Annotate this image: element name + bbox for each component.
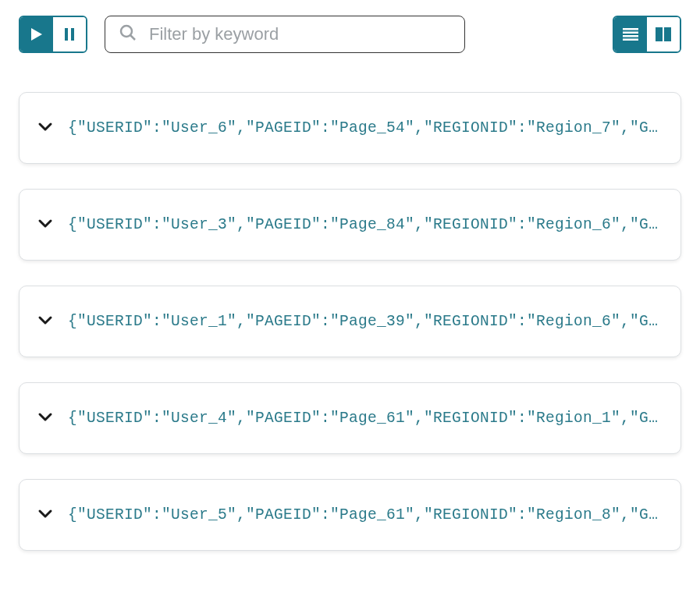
pause-icon [64,28,75,41]
view-toggle-group [613,16,681,53]
record-card[interactable]: {"USERID":"User_6","PAGEID":"Page_54","R… [19,92,681,164]
columns-icon [656,27,671,41]
svg-rect-1 [65,28,68,41]
record-text: {"USERID":"User_1","PAGEID":"Page_39","R… [68,313,663,330]
svg-rect-8 [623,39,638,41]
svg-rect-6 [623,32,638,34]
svg-point-3 [121,26,132,37]
chevron-down-icon[interactable] [37,118,54,138]
play-button[interactable] [20,17,53,51]
column-view-button[interactable] [647,17,680,51]
play-pause-group [19,16,87,53]
record-text: {"USERID":"User_3","PAGEID":"Page_84","R… [68,216,663,233]
play-icon [31,28,42,41]
chevron-down-icon[interactable] [37,311,54,332]
pause-button[interactable] [53,17,86,51]
record-card[interactable]: {"USERID":"User_4","PAGEID":"Page_61","R… [19,382,681,454]
filter-input[interactable] [105,16,465,53]
svg-rect-5 [623,28,638,30]
chevron-down-icon[interactable] [37,215,54,235]
svg-marker-0 [31,28,42,41]
chevron-down-icon[interactable] [37,505,54,525]
record-text: {"USERID":"User_5","PAGEID":"Page_61","R… [68,506,663,523]
svg-line-4 [130,35,135,40]
svg-rect-2 [71,28,74,41]
svg-rect-9 [656,27,663,41]
record-card[interactable]: {"USERID":"User_3","PAGEID":"Page_84","R… [19,189,681,261]
chevron-down-icon[interactable] [37,408,54,428]
record-text: {"USERID":"User_6","PAGEID":"Page_54","R… [68,119,663,137]
toolbar [0,0,700,67]
record-card[interactable]: {"USERID":"User_5","PAGEID":"Page_61","R… [19,479,681,551]
record-text: {"USERID":"User_4","PAGEID":"Page_61","R… [68,410,663,427]
svg-rect-10 [664,27,671,41]
search-icon [119,23,137,45]
records-list[interactable]: {"USERID":"User_6","PAGEID":"Page_54","R… [0,67,700,613]
record-card[interactable]: {"USERID":"User_1","PAGEID":"Page_39","R… [19,286,681,357]
svg-rect-7 [623,35,638,37]
list-view-button[interactable] [614,17,647,51]
filter-wrap [105,16,465,53]
list-icon [623,28,638,41]
